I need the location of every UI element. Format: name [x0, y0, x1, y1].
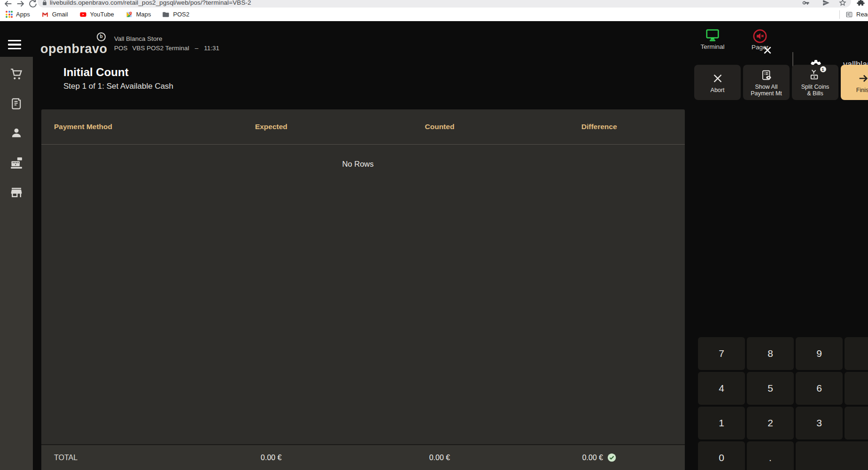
pager-disabled-x-icon	[763, 46, 772, 55]
total-expected: 0.00 €	[197, 454, 345, 462]
numeric-keypad: 7 8 9 4 5 6 1 2 3 0 .	[698, 337, 868, 470]
bookmark-label: POS2	[173, 11, 189, 18]
split-coins-bills-icon: 1	[809, 68, 822, 82]
keypad-key-7[interactable]: 7	[698, 337, 745, 370]
total-label: TOTAL	[41, 454, 197, 462]
payment-methods-list-icon	[760, 68, 773, 82]
bookmark-star-icon[interactable]	[838, 0, 847, 7]
keypad-key-blank-2[interactable]	[845, 372, 868, 405]
finish-arrow-icon	[858, 71, 868, 85]
finish-button[interactable]: Finish	[841, 65, 868, 100]
apps-grid-icon	[6, 11, 13, 18]
receipt-icon[interactable]	[9, 97, 23, 111]
bookmark-label: Maps	[136, 11, 151, 18]
reading-list-button[interactable]: Reading list	[845, 11, 868, 18]
bookmark-label: YouTube	[90, 11, 114, 18]
column-header-counted: Counted	[345, 123, 534, 131]
app-header: openbravo b Vall Blanca Store POS VBS PO…	[0, 21, 868, 57]
show-all-payment-methods-button[interactable]: Show All Payment Mt	[743, 65, 790, 100]
abort-button[interactable]: Abort	[694, 65, 741, 100]
keypad-key-blank-1[interactable]	[845, 337, 868, 370]
keypad-key-9[interactable]: 9	[796, 337, 843, 370]
lock-icon	[41, 0, 48, 6]
terminal-name: VBS POS2 Terminal	[132, 44, 189, 53]
bookmarks-bar: Apps Gmail YouTube Maps POS2	[0, 8, 868, 21]
reading-list-icon	[845, 11, 853, 18]
folder-icon	[162, 11, 170, 18]
store-info: Vall Blanca Store POS VBS POS2 Terminal …	[114, 34, 219, 53]
store-icon[interactable]	[9, 185, 23, 200]
keypad-key-blank-wide[interactable]	[796, 441, 868, 470]
abort-label: Abort	[711, 87, 725, 93]
youtube-icon	[79, 11, 87, 18]
terminal-monitor-icon	[705, 29, 720, 42]
bookmark-gmail[interactable]: Gmail	[41, 11, 68, 18]
extensions-puzzle-icon[interactable]	[857, 0, 865, 7]
reading-list-label: Reading list	[856, 11, 868, 18]
split-coins-bills-button[interactable]: 1 Split Coins & Bills	[792, 65, 838, 100]
total-difference: 0.00 €	[582, 454, 603, 462]
total-counted: 0.00 €	[345, 454, 534, 462]
pager-muted-icon	[753, 29, 767, 43]
bookmark-pos2-folder[interactable]: POS2	[162, 11, 189, 18]
terminal-label: Terminal	[700, 43, 724, 50]
send-icon[interactable]	[822, 0, 830, 7]
difference-ok-check-icon	[607, 453, 616, 462]
page-title: Initial Count	[63, 66, 129, 79]
openbravo-logo: openbravo	[40, 42, 108, 56]
keypad-key-1[interactable]: 1	[698, 407, 745, 439]
url-text[interactable]: livebuilds.openbravo.com/retail_pos2_pgs…	[50, 0, 251, 6]
keypad-key-6[interactable]: 6	[796, 372, 843, 405]
reading-list-area[interactable]: Reading list	[839, 8, 868, 21]
bookmark-maps[interactable]: Maps	[125, 11, 151, 18]
clock-time: 11:31	[204, 44, 219, 53]
gmail-icon	[41, 11, 49, 18]
finish-label: Finish	[856, 87, 868, 93]
split-label-2: & Bills	[807, 90, 823, 97]
password-key-icon[interactable]	[801, 0, 810, 7]
left-sidebar	[0, 57, 33, 470]
keypad-key-5[interactable]: 5	[747, 372, 794, 405]
column-header-payment-method: Payment Method	[41, 123, 197, 131]
bookmark-apps[interactable]: Apps	[6, 11, 30, 18]
omnibox-row: livebuilds.openbravo.com/retail_pos2_pgs…	[0, 0, 868, 8]
keypad-key-0[interactable]: 0	[698, 441, 745, 470]
show-all-label-2: Payment Mt	[751, 90, 782, 97]
maps-icon	[125, 11, 133, 18]
keypad-key-3[interactable]: 3	[796, 407, 843, 439]
total-row: TOTAL 0.00 € 0.00 € 0.00 €	[41, 444, 685, 470]
keypad-key-blank-3[interactable]	[845, 407, 868, 439]
split-label-1: Split Coins	[801, 84, 829, 90]
count-table-panel: Payment Method Expected Counted Differen…	[41, 109, 685, 470]
terminal-info-line: POS VBS POS2 Terminal – 11:31	[114, 44, 219, 53]
cart-icon[interactable]	[9, 67, 23, 81]
table-header-row: Payment Method Expected Counted Differen…	[41, 109, 685, 145]
customer-icon[interactable]	[9, 126, 23, 140]
show-all-label-1: Show All	[755, 84, 778, 90]
cash-register-icon[interactable]	[9, 156, 23, 170]
terminal-status-button[interactable]: Terminal	[698, 29, 727, 50]
app-label: POS	[114, 44, 128, 53]
menu-hamburger-icon[interactable]	[8, 40, 21, 49]
keypad-key-8[interactable]: 8	[747, 337, 794, 370]
separator: –	[195, 44, 199, 53]
page-subtitle: Step 1 of 1: Set Available Cash	[63, 82, 173, 91]
bookmarks-divider	[839, 10, 840, 19]
keypad-key-2[interactable]: 2	[747, 407, 794, 439]
column-header-expected: Expected	[197, 123, 345, 131]
split-badge-count: 1	[820, 66, 826, 72]
keypad-key-4[interactable]: 4	[698, 372, 745, 405]
bookmark-label: Apps	[16, 11, 30, 18]
action-buttons: Abort Show All Payment Mt 1 Split Coins …	[694, 65, 868, 100]
keypad-key-dot[interactable]: .	[747, 441, 794, 470]
openbravo-logo-mark: b	[97, 32, 106, 41]
empty-rows-message: No Rows	[41, 160, 674, 169]
bookmark-label: Gmail	[52, 11, 68, 18]
abort-x-icon	[712, 71, 723, 85]
store-name: Vall Blanca Store	[114, 34, 219, 44]
bookmark-youtube[interactable]: YouTube	[79, 11, 114, 18]
column-header-difference: Difference	[534, 123, 665, 131]
total-difference-cell: 0.00 €	[534, 453, 665, 462]
browser-chrome: livebuilds.openbravo.com/retail_pos2_pgs…	[0, 0, 868, 21]
